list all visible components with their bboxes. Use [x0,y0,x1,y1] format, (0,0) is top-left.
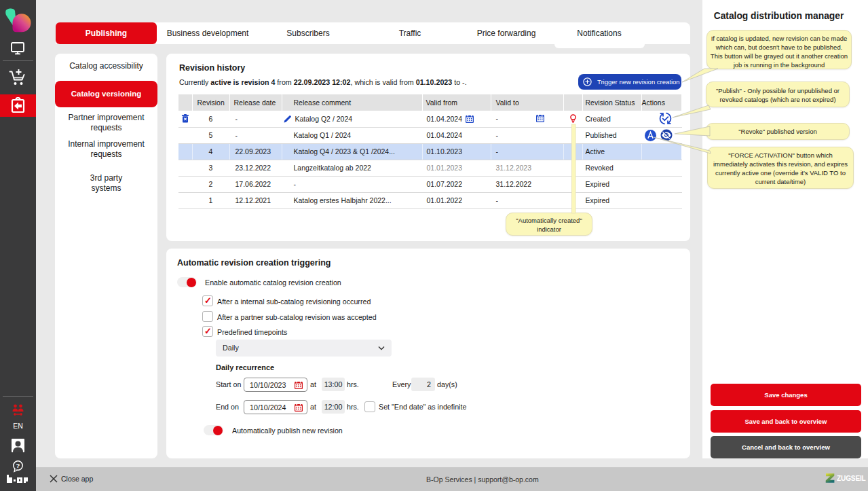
svg-text:?: ? [16,462,20,469]
